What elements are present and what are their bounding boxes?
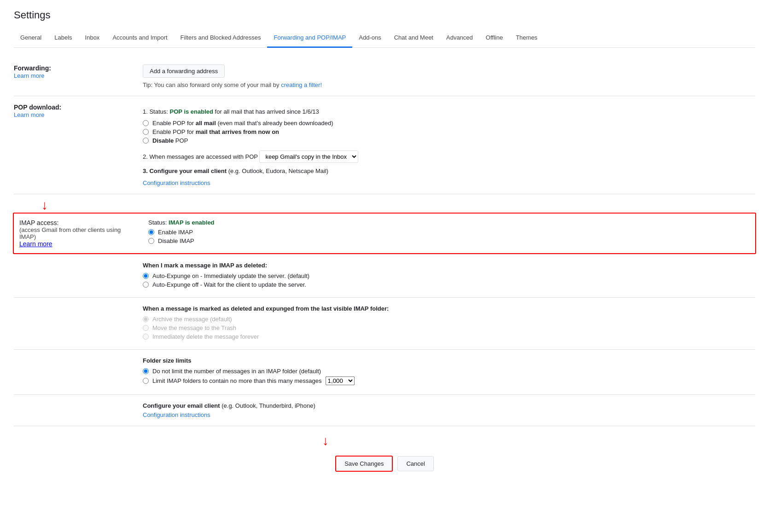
footer-section: ↓ Save Changes Cancel <box>14 426 755 486</box>
pop-download-title: POP download: <box>14 104 134 111</box>
imap-access-outer: ↓ IMAP access: (access Gmail from other … <box>14 194 755 254</box>
imap-disable-radio[interactable] <box>148 238 154 244</box>
pop-step3: 3. Configure your email client (e.g. Out… <box>143 168 755 174</box>
imap-trash-option: Move the message to the Trash <box>143 324 755 331</box>
cancel-button[interactable]: Cancel <box>397 456 433 471</box>
imap-auto-expunge-on-radio[interactable] <box>143 273 149 279</box>
pop-all-mail-radio[interactable] <box>143 120 149 126</box>
imap-auto-expunge-on: Auto-Expunge on - Immediately update the… <box>143 272 755 279</box>
imap-expunge-title: When a message is marked as deleted and … <box>143 305 755 312</box>
imap-section-highlight: IMAP access: (access Gmail from other cl… <box>13 213 756 254</box>
tab-advanced[interactable]: Advanced <box>440 29 479 48</box>
pop-disable-radio[interactable] <box>143 138 149 144</box>
imap-disable-radio-group: Disable IMAP <box>148 237 750 244</box>
pop-download-learn-more[interactable]: Learn more <box>14 111 44 118</box>
pop-config-instructions-link[interactable]: Configuration instructions <box>143 179 210 186</box>
tab-filters[interactable]: Filters and Blocked Addresses <box>174 29 268 48</box>
imap-arrow-top: ↓ <box>14 194 755 213</box>
folder-limit-select[interactable]: 1,000 2,000 5,000 10,000 <box>326 376 355 385</box>
imap-access-label: IMAP access: (access Gmail from other cl… <box>19 219 139 248</box>
tab-chat-meet[interactable]: Chat and Meet <box>388 29 440 48</box>
settings-content: Forwarding: Learn more Add a forwarding … <box>14 48 755 486</box>
tab-general[interactable]: General <box>14 29 48 48</box>
forwarding-title: Forwarding: <box>14 64 134 72</box>
imap-config-instructions-link[interactable]: Configuration instructions <box>143 411 210 418</box>
imap-enable-radio-group: Enable IMAP <box>148 229 750 236</box>
folder-size-section: Folder size limits Do not limit the numb… <box>14 350 755 395</box>
imap-access-title: IMAP access: <box>19 219 139 226</box>
imap-configure-section: Configure your email client (e.g. Outloo… <box>14 395 755 426</box>
page-title: Settings <box>14 9 755 21</box>
folder-no-limit-option: Do not limit the number of messages in a… <box>143 368 755 375</box>
pop-step2: 2. When messages are accessed with POP k… <box>143 150 755 163</box>
imap-delete-forever-radio[interactable] <box>143 334 149 340</box>
imap-status-line: Status: IMAP is enabled <box>148 219 750 226</box>
pop-download-content: 1. Status: POP is enabled for all mail t… <box>143 104 755 186</box>
tab-offline[interactable]: Offline <box>479 29 509 48</box>
imap-configure-label: Configure your email client (e.g. Outloo… <box>143 402 755 409</box>
save-changes-button[interactable]: Save Changes <box>335 456 393 472</box>
tab-forwarding-pop-imap[interactable]: Forwarding and POP/IMAP <box>267 29 352 48</box>
tab-addons[interactable]: Add-ons <box>352 29 387 48</box>
folder-size-title: Folder size limits <box>143 357 755 364</box>
pop-from-now-radio[interactable] <box>143 129 149 135</box>
pop-config-instructions: Configuration instructions <box>143 179 755 186</box>
imap-archive-option: Archive the message (default) <box>143 316 755 323</box>
imap-auto-expunge-off: Auto-Expunge off - Wait for the client t… <box>143 281 755 288</box>
pop-messages-accessed-select[interactable]: keep Gmail's copy in the Inbox archive G… <box>259 150 358 163</box>
pop-status-line: 1. Status: POP is enabled for all mail t… <box>143 108 755 115</box>
save-arrow: ↓ <box>322 434 329 448</box>
imap-learn-more[interactable]: Learn more <box>19 240 52 248</box>
pop-option-disable: Disable POP <box>143 137 755 144</box>
folder-limit-radio[interactable] <box>143 378 149 384</box>
forwarding-label: Forwarding: Learn more <box>14 64 134 88</box>
imap-deleted-section: When I mark a message in IMAP as deleted… <box>14 254 755 298</box>
imap-deleted-title: When I mark a message in IMAP as deleted… <box>143 262 755 269</box>
forwarding-content: Add a forwarding address Tip: You can al… <box>143 64 755 88</box>
imap-enable-radio[interactable] <box>148 229 154 235</box>
pop-status-enabled: POP is enabled <box>170 108 213 115</box>
pop-option-from-now-on: Enable POP for mail that arrives from no… <box>143 128 755 135</box>
imap-trash-radio[interactable] <box>143 325 149 331</box>
creating-filter-link[interactable]: creating a filter! <box>281 81 322 88</box>
imap-auto-expunge-off-radio[interactable] <box>143 282 149 288</box>
pop-download-section: POP download: Learn more 1. Status: POP … <box>14 96 755 194</box>
forwarding-section: Forwarding: Learn more Add a forwarding … <box>14 57 755 96</box>
imap-status-enabled: IMAP is enabled <box>169 219 214 226</box>
settings-tabs: General Labels Inbox Accounts and Import… <box>14 29 755 48</box>
footer-buttons: Save Changes Cancel <box>335 448 434 479</box>
imap-access-content: Status: IMAP is enabled Enable IMAP Disa… <box>148 219 750 248</box>
imap-access-row: IMAP access: (access Gmail from other cl… <box>19 219 750 248</box>
imap-delete-forever-option: Immediately delete the message forever <box>143 333 755 340</box>
tab-inbox[interactable]: Inbox <box>79 29 106 48</box>
tab-labels[interactable]: Labels <box>48 29 78 48</box>
forwarding-learn-more[interactable]: Learn more <box>14 72 44 79</box>
tab-themes[interactable]: Themes <box>509 29 544 48</box>
folder-no-limit-radio[interactable] <box>143 368 149 374</box>
imap-expunge-section: When a message is marked as deleted and … <box>14 298 755 350</box>
pop-option-all-mail: Enable POP for all mail (even mail that'… <box>143 120 755 127</box>
pop-download-label: POP download: Learn more <box>14 104 134 186</box>
imap-archive-radio[interactable] <box>143 316 149 322</box>
forwarding-tip: Tip: You can also forward only some of y… <box>143 81 755 88</box>
tab-accounts-import[interactable]: Accounts and Import <box>106 29 174 48</box>
imap-access-sublabel: (access Gmail from other clients using I… <box>19 226 139 240</box>
add-forwarding-button[interactable]: Add a forwarding address <box>143 64 225 78</box>
folder-limit-option: Limit IMAP folders to contain no more th… <box>143 376 755 385</box>
